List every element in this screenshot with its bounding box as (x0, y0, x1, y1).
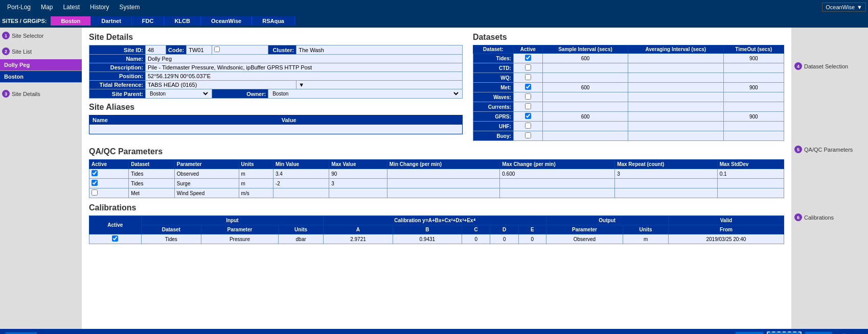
cluster-label: Cluster: (268, 45, 296, 55)
sidebar-item-dolly-peg[interactable]: Dolly Peg (0, 59, 82, 71)
site-tab-rsaqua[interactable]: RSAqua (252, 16, 295, 26)
login-button[interactable]: Log in (5, 332, 37, 334)
qaqc-row: Tides Surge m -2 3 (89, 179, 784, 188)
qaqc-units: m/s (239, 188, 273, 198)
qaqc-maxstddev (717, 188, 784, 198)
help-button[interactable]: Help (805, 331, 832, 335)
ds-row-active[interactable] (513, 112, 542, 122)
description-value[interactable]: Pile - Tidemaster Pressure, Windsonic, i… (146, 63, 463, 72)
cal-h-input: Input (141, 216, 324, 225)
ds-row-name: UHF: (473, 122, 513, 131)
qaqc-h-minval: Min Value (273, 160, 329, 169)
position-value[interactable]: 52°56.129'N 00°05.037'E (146, 72, 463, 81)
ds-row-active[interactable] (513, 131, 542, 141)
ds-row-avg (628, 92, 723, 102)
qaqc-table: Active Dataset Parameter Units Min Value… (89, 159, 784, 198)
cluster-checkbox[interactable] (212, 45, 268, 55)
qaqc-h-minchange: Min Change (per min) (387, 160, 499, 169)
aliases-value-header: Value (279, 115, 463, 125)
dataset-row: CTD: (473, 63, 784, 73)
ds-row-active[interactable] (513, 54, 542, 63)
site-tab-dartnet[interactable]: Dartnet (91, 16, 132, 26)
ds-row-active[interactable] (513, 92, 542, 102)
cal-h-active: Active (89, 216, 142, 234)
ds-row-sample (542, 131, 628, 141)
ds-row-sample (542, 63, 628, 73)
qaqc-maxchange (500, 179, 615, 188)
qaqc-active[interactable] (89, 188, 129, 198)
qaqc-maxval: 90 (329, 169, 387, 179)
qaqc-row: Met Wind Speed m/s (89, 188, 784, 198)
right-annotations: 4 Dataset Selection 5 QA/QC Parameters 6… (791, 28, 868, 329)
nav-latest[interactable]: Latest (58, 2, 85, 13)
cal-h-output: Output (546, 216, 668, 225)
site-parent-value[interactable]: Boston (146, 89, 212, 99)
cal-h2-from: From (668, 225, 784, 234)
ds-row-active[interactable] (513, 83, 542, 92)
annotation-3: 3 Site Details (2, 90, 80, 98)
dataset-row: UHF: (473, 122, 784, 131)
site-parent-select[interactable]: Boston (148, 90, 210, 97)
owner-value[interactable]: Boston (268, 89, 463, 99)
ds-header-timeout: TimeOut (secs) (723, 45, 784, 54)
ds-row-sample: 600 (542, 83, 628, 92)
qaqc-maxval: 3 (329, 179, 387, 188)
ds-row-sample (542, 73, 628, 83)
site-selector-bar: SiTES / GRGiPS: Boston Dartnet FDC KLCB … (0, 14, 868, 28)
ds-row-active[interactable] (513, 122, 542, 131)
save-button[interactable]: Save (735, 331, 764, 335)
owner-select[interactable]: Boston (270, 90, 460, 97)
ds-row-name: Buoy: (473, 131, 513, 141)
qaqc-active[interactable] (89, 169, 129, 179)
cal-a: 2.9721 (324, 234, 393, 244)
ds-row-timeout (723, 102, 784, 112)
cancel-button[interactable]: Cancel (767, 331, 802, 335)
nav-portlog[interactable]: Port-Log (2, 2, 36, 13)
qaqc-minchange (387, 188, 499, 198)
aliases-name-cell[interactable] (89, 125, 279, 134)
ds-row-active[interactable] (513, 102, 542, 112)
qaqc-h-maxval: Max Value (329, 160, 387, 169)
ds-row-timeout: 900 (723, 112, 784, 122)
ds-row-timeout (723, 122, 784, 131)
site-tab-klcb[interactable]: KLCB (164, 16, 201, 26)
cal-h2-d: D (490, 225, 518, 234)
site-tab-oceanwise[interactable]: OceanWise (201, 16, 252, 26)
qaqc-section: QA/QC Parameters Active Dataset Paramete… (89, 147, 784, 198)
qaqc-active[interactable] (89, 179, 129, 188)
cal-active[interactable] (89, 234, 142, 244)
sidebar-item-boston[interactable]: Boston (0, 71, 82, 83)
ds-row-active[interactable] (513, 73, 542, 83)
cal-h2-outparam: Parameter (546, 225, 623, 234)
qaqc-maxrepeat (615, 188, 718, 198)
qaqc-h-parameter: Parameter (174, 160, 239, 169)
code-value[interactable]: TW01 (187, 45, 212, 55)
ds-row-timeout (723, 131, 784, 141)
dataset-row: Met: 600 900 (473, 83, 784, 92)
ds-row-avg (628, 131, 723, 141)
cal-h2-b: B (393, 225, 462, 234)
ds-row-timeout (723, 73, 784, 83)
site-tab-fdc[interactable]: FDC (132, 16, 165, 26)
aliases-value-cell[interactable] (279, 125, 463, 134)
cal-h2-parameter: Parameter (201, 225, 279, 234)
qaqc-h-active: Active (89, 160, 129, 169)
nav-system[interactable]: System (114, 2, 145, 13)
qaqc-maxrepeat (615, 179, 718, 188)
site-tab-boston[interactable]: Boston (51, 16, 91, 26)
site-id-label: Site ID: (89, 45, 146, 55)
name-value[interactable]: Dolly Peg (146, 55, 463, 63)
tidal-ref-label: Tidal Reference: (89, 81, 146, 89)
cal-b: 0.9431 (393, 234, 462, 244)
cluster-value[interactable]: The Wash (296, 45, 463, 55)
tidal-ref-value[interactable]: TABS HEAD (0165) (146, 81, 296, 89)
sites-label: SiTES / GRGiPS: (2, 18, 47, 24)
nav-history[interactable]: History (85, 2, 114, 13)
cal-h2-c: C (462, 225, 490, 234)
dataset-row: Buoy: (473, 131, 784, 141)
qaqc-maxchange (500, 188, 615, 198)
cal-h2-dataset: Dataset (141, 225, 201, 234)
site-id-value[interactable]: 48 (146, 45, 166, 55)
ds-row-active[interactable] (513, 63, 542, 73)
nav-map[interactable]: Map (36, 2, 58, 13)
